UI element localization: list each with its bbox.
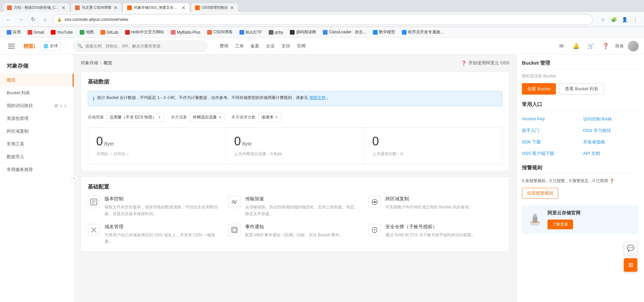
quick-link-ram[interactable]: 访问控制 RAM xyxy=(583,115,639,124)
config-cross-region[interactable]: 跨区域复制 可实现账户内不同区域之间的 Bucket 同步备份。 xyxy=(369,196,502,217)
bookmark-maps[interactable]: 地图 xyxy=(77,28,97,36)
plus-icon[interactable]: + xyxy=(60,103,63,108)
sidebar-item-my-access[interactable]: 我的访问路径 ⚙ + ∧ xyxy=(0,99,74,112)
basic-config-card: 基础配置 版本控制 保留文件 xyxy=(81,176,509,252)
menu-btn[interactable]: ⋮ xyxy=(631,15,640,24)
create-bucket-button[interactable]: 创建 Bucket xyxy=(522,83,556,95)
search-input[interactable] xyxy=(85,44,203,48)
tab-4-close[interactable]: ✕ xyxy=(230,5,234,10)
tab-2-close[interactable]: ✕ xyxy=(114,5,118,10)
bookmark-classloader-label: ClassLoader · 攻击... xyxy=(329,29,366,35)
bookmark-youtube-label: YouTube xyxy=(57,30,73,35)
bookmark-gmail[interactable]: Gmail xyxy=(25,29,47,36)
bookmark-dev[interactable]: 程序员开发专属激... xyxy=(399,28,446,36)
tab-bar: 力扣 - 熟练OSS的存储_CSDN博... ✕ 马文墨 CSDN博客 ✕ 对象… xyxy=(0,0,644,12)
home-button[interactable]: ⌂ xyxy=(40,15,50,24)
extensions-btn[interactable]: 🧩 xyxy=(609,15,618,24)
nav-support[interactable]: 支持 xyxy=(281,43,290,49)
bookmark-gitlab[interactable]: GitLab xyxy=(98,29,121,36)
refresh-button[interactable]: ↻ xyxy=(28,15,38,24)
bookmark-redis[interactable]: redis中文官方网站 xyxy=(122,28,167,36)
address-bar[interactable]: 🔒 oss.console.aliyun.com/overview xyxy=(52,14,593,25)
sidebar-collapse-button[interactable]: ‹ xyxy=(70,174,78,182)
chevron-up-icon[interactable]: ∧ xyxy=(64,103,67,108)
chat-float-button[interactable]: 💬 xyxy=(624,241,637,255)
config-version-control[interactable]: 版本控制 保留文件的历史版本，错误导致的数据清除，可结合生命周期功能，设置历史版… xyxy=(88,196,222,217)
request-select[interactable]: 读请求 ▼ xyxy=(258,113,281,122)
tab-1-close[interactable]: ✕ xyxy=(62,5,66,10)
bookmark-math[interactable]: 数学模型 xyxy=(370,28,398,36)
global-button[interactable]: 🌐 全球 xyxy=(40,41,61,51)
nav-enterprise[interactable]: 企业 xyxy=(266,43,275,49)
gmail-favicon xyxy=(28,30,32,35)
top-search-bar[interactable]: 🔍 xyxy=(73,41,207,52)
sidebar-item-resource-pkg[interactable]: 资源包管理 xyxy=(0,112,74,125)
gear-icon[interactable]: ⚙ xyxy=(54,103,59,108)
message-icon-btn[interactable]: ✉ xyxy=(556,41,567,52)
bookmark-buuctf[interactable]: BUUCTF xyxy=(237,29,265,36)
sidebar-item-common-services[interactable]: 常用服务推荐 xyxy=(0,163,74,176)
quick-link-dev-guide[interactable]: 开发者指南 xyxy=(583,138,639,146)
config-security-token[interactable]: 安全令牌（子账号授权） 通过 RAM 和 STS 为子账号授予临时的访问权限。 xyxy=(369,224,502,245)
nav-fees[interactable]: 费用 xyxy=(220,43,228,49)
stats-controls: 存储用量 总用量（不含 ECS 快照） ▼ 本月流量 外网流出流量 ▼ xyxy=(88,113,502,122)
config-domain-mgmt[interactable]: 域名管理 可将用户自己的域名绑定到 OSS 域名上，开支持 CDN 一键加速。 xyxy=(88,224,222,245)
learn-more-button[interactable]: 了解更多 xyxy=(547,220,573,229)
start-guide[interactable]: ❓ 开始使用阿里云 OSS xyxy=(461,60,509,66)
config-transfer-accel[interactable]: 传输加速 从传输链路、协议到存储的端到端优化，支持上传加速、动态、静态文件加速。 xyxy=(228,196,362,217)
sidebar-item-overview[interactable]: 概览 xyxy=(0,74,74,87)
storage-select[interactable]: 总用量（不含 ECS 快照） ▼ xyxy=(107,113,164,122)
tab-3[interactable]: 对象存储OSS_海量文全周易量... ✕ xyxy=(123,3,190,12)
quick-link-sdk[interactable]: SDK 下载 xyxy=(522,138,578,146)
sidebar-item-data-import[interactable]: 数据导入 xyxy=(0,150,74,163)
back-button[interactable]: ← xyxy=(4,15,13,24)
lang-button[interactable]: 简体 xyxy=(615,43,624,49)
tab-1[interactable]: 力扣 - 熟练OSS的存储_CSDN博... ✕ xyxy=(3,3,70,12)
bookmark-btn[interactable]: ☆ xyxy=(598,15,608,24)
tab-3-close[interactable]: ✕ xyxy=(182,5,186,10)
nav-website[interactable]: 官网 xyxy=(297,43,306,49)
profile-btn[interactable]: 👤 xyxy=(620,15,629,24)
cross-region-name: 跨区域复制 xyxy=(385,196,472,202)
bookmark-youtube[interactable]: YouTube xyxy=(48,29,75,36)
bookmark-qcby[interactable]: qcby xyxy=(266,29,286,36)
quick-link-api-doc[interactable]: API 文档 xyxy=(583,149,639,158)
security-icon-svg xyxy=(371,226,378,234)
bookmark-mybatis[interactable]: MyBatis-Plus xyxy=(168,29,203,36)
quick-entry-title: 常用入口 xyxy=(522,101,639,111)
sidebar-item-bucket-list[interactable]: Bucket 列表 xyxy=(0,87,74,99)
bookmark-apps[interactable]: 应用 xyxy=(4,28,24,36)
bookmark-classloader[interactable]: ClassLoader · 攻击... xyxy=(320,28,369,36)
sidebar-item-common-tools[interactable]: 常用工具 xyxy=(0,138,74,150)
tab-2[interactable]: 马文墨 CSDN博客 ✕ xyxy=(71,3,122,12)
quick-link-getting-started[interactable]: 新手入门 xyxy=(522,126,578,135)
view-bucket-list-button[interactable]: 查看 Bucket 列表 xyxy=(559,83,604,95)
alert-question-icon[interactable]: ❓ xyxy=(609,179,614,183)
aliyun-logo[interactable]: 阿里云 xyxy=(23,41,35,51)
flow-select-arrow: ▼ xyxy=(218,115,222,119)
config-event-notify[interactable]: 事件通知 配置 MNS 事件通知（回调）功能，关注 Bucket 事件。 xyxy=(228,224,362,245)
breadcrumb-link-oss[interactable]: 对象存储 xyxy=(81,60,98,66)
cart-icon-btn[interactable]: 🛒 xyxy=(585,41,596,52)
grid-float-button[interactable]: ⊞ xyxy=(624,258,637,272)
quick-link-oss-learning[interactable]: OSS 学习路径 xyxy=(583,126,639,135)
bell-icon-btn[interactable]: 🔔 xyxy=(571,41,581,52)
bookmark-sourcecode[interactable]: 源码阅读网 xyxy=(287,28,319,36)
quick-link-oss-client[interactable]: OSS 客户端下载 xyxy=(522,149,578,158)
forward-button[interactable]: → xyxy=(16,15,26,24)
user-avatar[interactable] xyxy=(628,41,639,52)
tab-4[interactable]: OSS管理控制台 ✕ xyxy=(191,3,238,12)
set-alert-rules-button[interactable]: 设置报警规则 xyxy=(522,188,558,199)
svg-point-7 xyxy=(374,201,376,203)
quick-entry-section: 常用入口 Access Key 访问控制 RAM 新手入门 OSS 学习路径 S… xyxy=(522,101,639,158)
help-icon-btn[interactable]: ❓ xyxy=(600,41,611,52)
event-notify-content: 事件通知 配置 MNS 事件通知（回调）功能，关注 Bucket 事件。 xyxy=(245,224,344,238)
hamburger-button[interactable] xyxy=(5,40,17,52)
nav-icp[interactable]: 备案 xyxy=(251,43,259,49)
quick-link-access-key[interactable]: Access Key xyxy=(522,115,578,124)
sidebar-item-cross-region[interactable]: 跨区域复制 xyxy=(0,125,74,138)
nav-ticket[interactable]: 工单 xyxy=(235,43,244,49)
bookmark-csdn[interactable]: CSDN博客 xyxy=(204,28,235,36)
help-doc-link[interactable]: 帮助文档 xyxy=(309,95,326,100)
flow-select[interactable]: 外网流出流量 ▼ xyxy=(190,113,225,122)
